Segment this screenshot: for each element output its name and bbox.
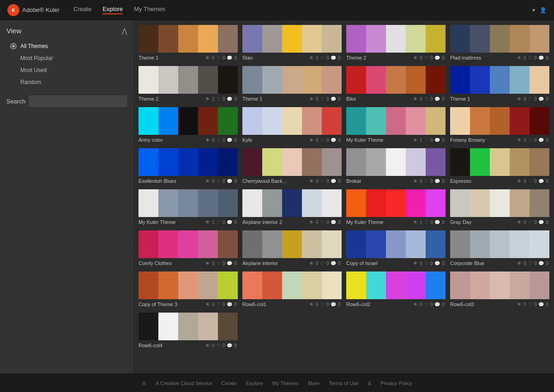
color-swatch [450,189,470,217]
theme-card[interactable]: Gray Day👁0 ♡0 💬0 [450,189,549,226]
dropdown-arrow-icon[interactable]: ▾ [532,7,535,13]
comment-count: 0 [442,96,445,102]
color-swatch [490,25,510,53]
theme-card[interactable]: Brokat👁0 ♡0 💬0 [346,148,446,185]
search-input[interactable] [29,96,127,107]
theme-info: Airplane interior 2👁0 ♡0 💬0 [242,217,342,226]
eye-icon: 👁 [309,302,314,307]
theme-card[interactable]: Row6-col3👁0 ♡0 💬0 [450,271,549,308]
color-swatch [242,148,262,176]
color-swatch [198,189,218,217]
theme-card[interactable]: Kyle👁0 ♡0 💬0 [242,107,342,144]
like-count: 0 [534,96,537,102]
main-layout: View ⋀ All Themes Most Popular Most Used… [0,20,554,374]
theme-card[interactable]: Theme 2👁0 ♡0 💬0 [346,25,446,61]
theme-card[interactable]: Comfy Clothes👁0 ♡0 💬0 [138,230,238,267]
theme-swatches [450,66,549,94]
color-swatch [282,107,302,135]
theme-card[interactable]: Row6-col2👁0 ♡0 💬0 [346,271,446,308]
theme-card[interactable]: Row6-col4👁0 ♡0 💬0 [138,313,238,349]
color-swatch [178,313,198,340]
color-swatch [198,230,218,258]
theme-stats: 👁0 ♡0 💬0 [413,96,445,102]
footer-link-more[interactable]: More [308,380,319,386]
color-swatch [406,107,426,135]
theme-stats: 👁0 ♡0 💬0 [413,179,445,184]
sidebar-item-random[interactable]: Random [6,76,127,88]
comment-icon: 💬 [434,96,440,102]
theme-card[interactable]: Plad mattress👁0 ♡0 💬0 [450,25,549,61]
color-swatch [302,25,322,53]
theme-card[interactable]: Theme 1👁0 ♡0 💬0 [242,66,342,103]
theme-card[interactable]: Row6-col1👁0 ♡0 💬0 [242,271,342,308]
theme-stats: 👁0 ♡0 💬0 [205,138,237,143]
theme-stats: 👁0 ♡0 💬0 [205,179,237,184]
theme-stats: 👁0 ♡0 💬0 [205,55,237,60]
nav-explore[interactable]: Explore [102,6,123,14]
nav-create[interactable]: Create [73,6,91,14]
color-swatch [158,230,178,258]
theme-card[interactable]: Theme 2👁2 ♡0 💬0 [138,66,238,103]
theme-card[interactable]: My Kuler Theme👁1 ♡0 💬0 [138,189,238,226]
color-swatch [322,25,342,53]
theme-card[interactable]: Exellentoh Blues👁0 ♡0 💬0 [138,148,238,185]
footer-link-my-themes[interactable]: My Themes [272,380,299,386]
theme-name: Row6-col3 [450,302,515,307]
theme-card[interactable]: Copy of Israel👁0 ♡0 💬0 [346,230,446,267]
theme-card[interactable]: Cherrywood Back...👁0 ♡0 💬0 [242,148,342,185]
color-swatch [198,148,218,176]
theme-card[interactable]: Airplane interior 2👁0 ♡0 💬0 [242,189,342,226]
cc-service-text: A Creative Cloud Service [156,380,212,386]
nav-my-themes[interactable]: My Themes [134,6,165,14]
sidebar-item-most-popular[interactable]: Most Popular [6,52,127,64]
theme-card[interactable]: Espresso👁0 ♡0 💬0 [450,148,549,185]
theme-stats: 👁0 ♡0 💬0 [309,261,341,266]
theme-card[interactable]: Theme 1👁0 ♡0 💬0 [138,25,238,61]
comment-icon: 💬 [434,261,440,266]
theme-card[interactable]: Bike👁0 ♡0 💬0 [346,66,446,103]
color-swatch [138,148,158,176]
theme-card[interactable]: Stan👁0 ♡0 💬0 [242,25,342,61]
heart-icon: ♡ [217,220,221,225]
theme-stats: 👁0 ♡0 💬0 [413,302,445,307]
theme-card[interactable]: Frowny Browny👁0 ♡0 💬0 [450,107,549,144]
comment-icon: 💬 [538,302,544,307]
comment-count: 0 [338,55,341,60]
comment-icon: 💬 [331,179,336,184]
theme-card[interactable]: Airplane interior👁0 ♡0 💬0 [242,230,342,267]
theme-card[interactable]: Copy of Theme 3👁0 ♡0 💬0 [138,271,238,308]
footer-link-create[interactable]: Create [222,380,237,386]
color-swatch [470,107,490,135]
theme-swatches [450,107,549,135]
color-swatch [178,189,198,217]
footer-link-explore[interactable]: Explore [246,380,263,386]
theme-card[interactable]: My Kuler Theme👁1 ♡0 💬0 [346,107,446,144]
footer-terms[interactable]: Terms of Use [329,380,359,386]
footer-privacy[interactable]: Privacy Policy [380,380,412,386]
collapse-icon[interactable]: ⋀ [122,27,127,35]
comment-count: 0 [338,96,341,102]
color-swatch [158,66,178,94]
heart-icon: ♡ [528,220,532,225]
like-count: 0 [223,179,225,184]
theme-info: Theme 1👁0 ♡0 💬0 [242,94,342,103]
theme-name: Frowny Browny [450,137,515,143]
color-swatch [530,271,549,299]
theme-card[interactable]: Corporate Blue👁0 ♡0 💬0 [450,230,549,267]
view-count: 0 [524,261,526,266]
user-avatar-icon[interactable]: 👤 [540,7,547,13]
color-swatch [450,230,470,258]
color-swatch [426,66,446,94]
theme-card[interactable]: Army color👁0 ♡0 💬0 [138,107,238,144]
like-count: 0 [223,55,225,60]
theme-name: Stan [242,55,307,60]
theme-info: Comfy Clothes👁0 ♡0 💬0 [138,258,238,267]
sidebar-item-most-used[interactable]: Most Used [6,64,127,76]
sidebar-item-all-themes[interactable]: All Themes [6,40,127,52]
comment-icon: 💬 [434,179,440,184]
color-swatch [302,66,322,94]
theme-swatches [138,107,238,135]
color-swatch [530,25,549,53]
theme-card[interactable]: Theme 1👁0 ♡0 💬0 [450,66,549,103]
theme-card[interactable]: My Kuler Theme👁1 ♡0 💬0 [346,189,446,226]
